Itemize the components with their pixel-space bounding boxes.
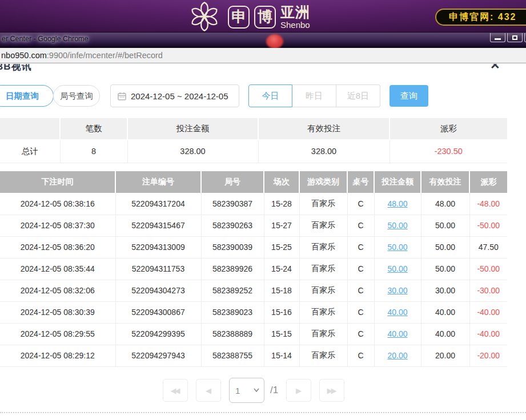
first-page-icon: ◀◀ <box>170 386 178 395</box>
bet-record-table: 下注时间 注单编号 局号 场次 游戏类别 桌号 投注金额 有效投注 派彩 202… <box>0 171 507 367</box>
game-type: 百家乐 <box>299 345 347 366</box>
order-id: 522094300867 <box>115 301 201 323</box>
table-row: 2024-12-05 08:35:44 522094311753 5823899… <box>0 258 507 280</box>
brand-char-shen: 申 <box>228 6 250 29</box>
header-bet-time: 下注时间 <box>0 171 115 193</box>
today-button[interactable]: 今日 <box>248 84 292 107</box>
bet-time: 2024-12-05 08:38:16 <box>0 193 115 215</box>
valid-bet: 30.00 <box>421 280 469 301</box>
header-payout: 派彩 <box>469 171 507 193</box>
official-site-badge[interactable]: 申博官网: 432 <box>435 9 526 26</box>
header-round-id: 局号 <box>201 171 264 193</box>
summary-count: 8 <box>60 140 127 163</box>
red-notification-blob <box>266 34 283 49</box>
section-title: BB视讯 <box>0 64 32 73</box>
flower-icon <box>186 1 223 33</box>
valid-bet: 50.00 <box>421 258 469 280</box>
url-path: :9900/infe/mcenter/#/betRecord <box>47 51 163 60</box>
round-id: 582389252 <box>201 280 264 301</box>
prev-page-button[interactable]: ◀ <box>196 379 221 402</box>
header-order-id: 注单编号 <box>115 171 201 193</box>
round-id: 582388889 <box>201 323 264 345</box>
bet-amount-cell: 48.00 <box>374 193 421 215</box>
bet-record-panel: BB视讯 ✕ 日期查询 局号查询 2024-12-05 ~ 2024-12-05… <box>0 64 526 420</box>
last8days-button[interactable]: 近8日 <box>336 84 380 107</box>
valid-bet: 50.00 <box>421 236 469 258</box>
minimize-icon <box>495 38 501 40</box>
payout: 47.50 <box>469 236 507 258</box>
table-code: C <box>347 280 374 301</box>
bet-amount-cell: 30.00 <box>374 280 421 301</box>
bet-amount-cell: 20.00 <box>374 345 421 366</box>
payout: -30.00 <box>469 280 507 301</box>
date-range-input[interactable]: 2024-12-05 ~ 2024-12-05 <box>110 84 239 107</box>
game-type: 百家乐 <box>299 258 347 280</box>
search-button[interactable]: 查询 <box>390 85 428 107</box>
maximize-button[interactable] <box>507 33 523 42</box>
bet-time: 2024-12-05 08:36:20 <box>0 236 115 258</box>
bet-amount-link[interactable]: 50.00 <box>387 264 407 273</box>
session: 15-18 <box>264 280 299 301</box>
bet-amount-link[interactable]: 40.00 <box>387 329 407 338</box>
table-code: C <box>347 236 374 258</box>
bet-amount-link[interactable]: 48.00 <box>387 199 407 208</box>
summary-total-row: 总计 8 328.00 328.00 -230.50 <box>0 140 507 163</box>
order-id: 522094313009 <box>115 236 201 258</box>
bottom-divider <box>0 412 526 413</box>
summary-total-label: 总计 <box>0 140 60 163</box>
bet-amount-link[interactable]: 50.00 <box>387 221 407 230</box>
last-page-button[interactable]: ▶▶ <box>319 379 344 402</box>
payout: -40.00 <box>469 323 507 345</box>
url-domain: nbo950.com <box>1 51 47 60</box>
order-id: 522094317204 <box>115 193 201 215</box>
round-id: 582390263 <box>201 215 264 236</box>
browser-urlbar[interactable]: nbo950.com:9900/infe/mcenter/#/betRecord <box>0 48 526 63</box>
last-page-icon: ▶▶ <box>327 386 335 395</box>
bet-amount-link[interactable]: 50.00 <box>387 243 407 252</box>
summary-header-row: 笔数 投注金额 有效投注 派彩 <box>0 118 507 140</box>
bet-amount-cell: 50.00 <box>374 258 421 280</box>
order-id: 522094297943 <box>115 345 201 366</box>
summary-valid-bet: 328.00 <box>258 140 390 163</box>
valid-bet: 40.00 <box>421 323 469 345</box>
header-valid-bet: 有效投注 <box>421 171 469 193</box>
bet-amount-link[interactable]: 40.00 <box>387 308 407 317</box>
session: 15-25 <box>264 236 299 258</box>
table-row: 2024-12-05 08:38:16 522094317204 5823903… <box>0 193 507 215</box>
session: 15-28 <box>264 193 299 215</box>
close-panel-icon[interactable]: ✕ <box>490 64 500 72</box>
round-query-tab[interactable]: 局号查询 <box>53 85 100 107</box>
bet-amount-cell: 40.00 <box>374 323 421 345</box>
bet-time: 2024-12-05 08:30:39 <box>0 301 115 323</box>
page-select[interactable]: 1 <box>229 378 264 403</box>
round-id: 582390387 <box>201 193 264 215</box>
summary-header-count: 笔数 <box>60 118 127 140</box>
table-row: 2024-12-05 08:37:30 522094315467 5823902… <box>0 215 507 236</box>
summary-header-valid-bet: 有效投注 <box>258 118 390 140</box>
session: 15-27 <box>264 215 299 236</box>
round-id: 582389023 <box>201 301 264 323</box>
table-row: 2024-12-05 08:29:55 522094299395 5823888… <box>0 323 507 345</box>
bet-amount-link[interactable]: 30.00 <box>387 286 407 295</box>
summary-header-blank <box>0 118 60 140</box>
header-bet-amount: 投注金额 <box>374 171 421 193</box>
brand-region: 亚洲 <box>280 5 310 19</box>
browser-titlebar: er Center - Google Chrome ✕ <box>0 33 526 48</box>
game-type: 百家乐 <box>299 301 347 323</box>
session: 15-15 <box>264 323 299 345</box>
round-id: 582388755 <box>201 345 264 366</box>
minimize-button[interactable] <box>490 33 505 42</box>
header-table-code: 桌号 <box>347 171 374 193</box>
yesterday-button[interactable]: 昨日 <box>292 84 336 107</box>
table-code: C <box>347 258 374 280</box>
table-code: C <box>347 301 374 323</box>
bet-amount-cell: 50.00 <box>374 236 421 258</box>
site-header: 申 博 亚洲 Shenbo 申博官网: 432 <box>0 0 526 33</box>
payout: -40.00 <box>469 301 507 323</box>
bet-time: 2024-12-05 08:29:55 <box>0 323 115 345</box>
first-page-button[interactable]: ◀◀ <box>163 379 188 402</box>
next-page-button[interactable]: ▶ <box>286 379 311 402</box>
bet-amount-link[interactable]: 20.00 <box>387 351 407 360</box>
screen: 申 博 亚洲 Shenbo 申博官网: 432 er Center - Goog… <box>0 0 526 420</box>
date-query-tab[interactable]: 日期查询 <box>0 85 54 107</box>
